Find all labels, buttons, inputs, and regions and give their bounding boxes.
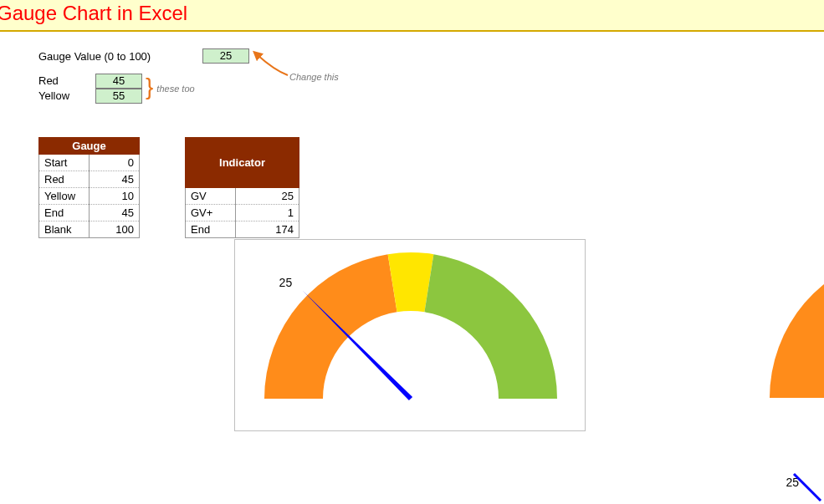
page-header: Gauge Chart in Excel [0, 0, 824, 32]
table-row: Red45 [39, 171, 140, 188]
table-row: End174 [186, 221, 299, 238]
data-tables: Gauge Start0 Red45 Yellow10 End45 Blank1… [38, 137, 824, 238]
gauge-chart-partial-svg [740, 239, 824, 431]
yellow-label: Yellow [38, 89, 95, 104]
gauge-table: Gauge Start0 Red45 Yellow10 End45 Blank1… [38, 137, 140, 238]
gauge-value-label: Gauge Value (0 to 100) [38, 50, 189, 63]
indicator-table-header: Indicator [186, 138, 299, 188]
table-row: GV25 [186, 188, 299, 205]
table-row: GV+1 [186, 205, 299, 221]
arrow-icon [251, 50, 293, 80]
brace-icon: } [146, 72, 153, 102]
gauge-value-row: Gauge Value (0 to 100) 25 Change this [38, 48, 824, 64]
content-area: Gauge Value (0 to 100) 25 Change this Re… [0, 32, 824, 238]
indicator-table: Indicator GV25 GV+1 End174 [185, 137, 299, 238]
table-row: Yellow10 [39, 188, 140, 205]
gauge-chart: 25 [234, 239, 586, 431]
change-this-hint: Change this [289, 72, 339, 82]
gauge-table-header: Gauge [39, 138, 140, 155]
table-row: Blank100 [39, 221, 140, 238]
svg-line-1 [794, 474, 821, 501]
page-title: Gauge Chart in Excel [0, 2, 824, 25]
these-too-hint: these too [156, 84, 194, 94]
yellow-input[interactable]: 55 [95, 89, 142, 104]
gauge-value-input[interactable]: 25 [202, 48, 249, 64]
red-label: Red [38, 74, 95, 89]
needle-value-label: 25 [279, 276, 293, 289]
red-input[interactable]: 45 [95, 74, 142, 89]
gauge-chart-partial [724, 239, 824, 431]
red-yellow-block: Red Yellow 45 55 } these too [38, 74, 824, 104]
gauge-chart-svg [235, 240, 586, 432]
table-row: Start0 [39, 155, 140, 171]
table-row: End45 [39, 205, 140, 221]
